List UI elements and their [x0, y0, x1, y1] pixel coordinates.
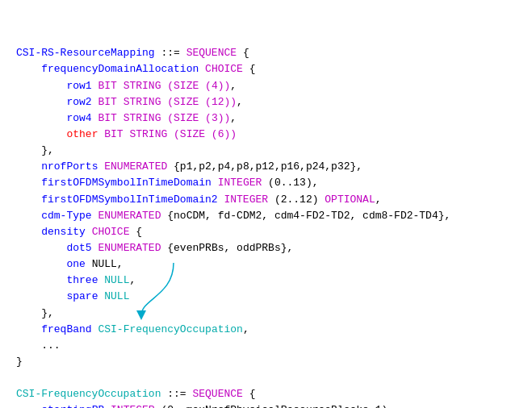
- line-1: CSI-RS-ResourceMapping ::= SEQUENCE { fr…: [16, 47, 450, 408]
- code-block: CSI-RS-ResourceMapping ::= SEQUENCE { fr…: [16, 13, 516, 408]
